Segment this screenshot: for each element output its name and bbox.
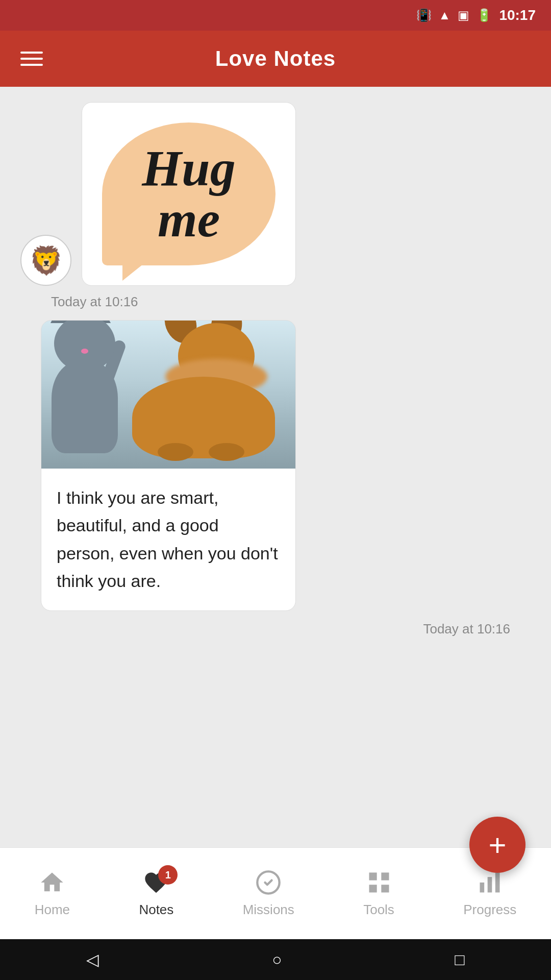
cat-nose: [81, 349, 88, 354]
svg-rect-7: [495, 873, 500, 893]
nav-tools-label: Tools: [363, 902, 394, 918]
status-time: 10:17: [499, 7, 536, 23]
back-button[interactable]: ◁: [86, 950, 99, 969]
svg-rect-2: [381, 873, 389, 880]
home-icon-wrap: [39, 869, 65, 898]
sim-icon: ▣: [458, 8, 469, 22]
app-title: Love Notes: [215, 46, 336, 71]
dog-paw-left: [158, 443, 193, 461]
card-image: [41, 321, 295, 469]
card-message: I think you are smart, beautiful, and a …: [41, 320, 296, 611]
wifi-icon: ▲: [439, 8, 451, 22]
progress-icon-wrap: [477, 869, 503, 898]
bar-chart-icon: [477, 869, 503, 896]
nav-missions-label: Missions: [243, 902, 294, 918]
svg-rect-6: [488, 877, 492, 892]
hamburger-line-1: [20, 52, 43, 54]
dog-paw-right: [209, 443, 244, 461]
recent-button[interactable]: □: [455, 950, 464, 969]
bottom-nav: Home 1 Notes Missions Tool: [0, 847, 551, 939]
missions-icon-wrap: [255, 869, 282, 898]
message-timestamp-2: Today at 10:16: [20, 621, 531, 645]
nav-notes-label: Notes: [139, 902, 173, 918]
chat-area: 🦁 Hug me Today at 10:16: [0, 87, 551, 660]
svg-rect-3: [369, 885, 377, 892]
cat-body: [52, 361, 118, 453]
nav-home[interactable]: Home: [35, 869, 70, 918]
grid-icon: [366, 869, 392, 896]
main-content: 🦁 Hug me Today at 10:16: [0, 87, 551, 847]
message-timestamp-1: Today at 10:16: [51, 294, 531, 310]
nav-tools[interactable]: Tools: [363, 869, 394, 918]
svg-rect-1: [369, 873, 377, 880]
svg-rect-5: [480, 883, 485, 893]
svg-rect-4: [381, 885, 389, 892]
dog-body: [132, 377, 275, 458]
status-bar: 📳 ▲ ▣ 🔋 10:17: [0, 0, 551, 31]
notes-badge: 1: [158, 865, 178, 885]
check-circle-icon: [255, 869, 282, 896]
avatar: 🦁: [20, 235, 71, 286]
hug-text: Hug me: [142, 143, 235, 245]
hug-me-sticker: Hug me: [97, 117, 281, 271]
add-icon: +: [488, 827, 506, 863]
status-icons: 📳 ▲ ▣ 🔋 10:17: [416, 7, 536, 23]
tools-icon-wrap: [366, 869, 392, 898]
home-button[interactable]: ○: [272, 950, 282, 969]
hamburger-line-2: [20, 58, 43, 60]
home-icon: [39, 869, 65, 896]
sticker-bubble: Hug me: [82, 102, 296, 286]
battery-icon: 🔋: [477, 8, 492, 22]
app-bar: Love Notes: [0, 31, 551, 87]
nav-notes[interactable]: 1 Notes: [139, 869, 173, 918]
hamburger-line-3: [20, 64, 43, 66]
speech-bubble-shape: Hug me: [102, 122, 276, 265]
nav-missions[interactable]: Missions: [243, 869, 294, 918]
notes-icon-wrap: 1: [143, 869, 169, 898]
add-note-fab[interactable]: +: [469, 817, 525, 873]
vibrate-icon: 📳: [416, 8, 432, 22]
cat-dog-scene: [41, 321, 295, 469]
nav-progress[interactable]: Progress: [463, 869, 516, 918]
nav-progress-label: Progress: [463, 902, 516, 918]
card-message-text: I think you are smart, beautiful, and a …: [41, 469, 295, 610]
message-row: 🦁 Hug me: [20, 102, 531, 286]
menu-button[interactable]: [20, 52, 43, 66]
nav-home-label: Home: [35, 902, 70, 918]
android-nav: ◁ ○ □: [0, 939, 551, 980]
